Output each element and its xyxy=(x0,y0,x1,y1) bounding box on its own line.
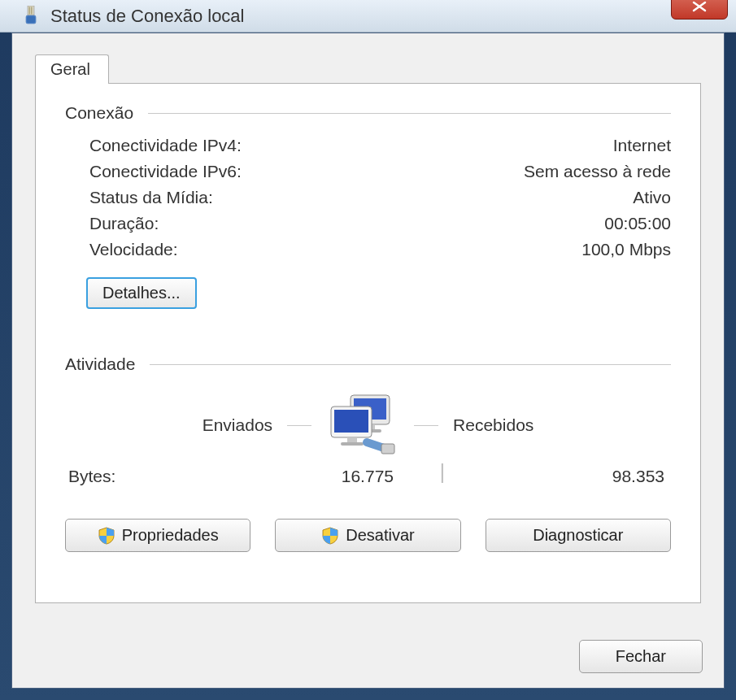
row-ipv4: Conectividade IPv4: Internet xyxy=(65,133,671,159)
svg-rect-13 xyxy=(381,444,394,454)
properties-button[interactable]: Propriedades xyxy=(65,519,250,552)
activity-section: Atividade Enviados xyxy=(65,354,671,552)
svg-rect-2 xyxy=(31,7,33,14)
bytes-separator: | xyxy=(394,465,491,485)
received-label: Recebidos xyxy=(453,415,533,435)
ipv6-label: Conectividade IPv6: xyxy=(89,162,242,181)
activity-visual: Enviados xyxy=(65,393,671,457)
network-adapter-icon xyxy=(23,6,39,27)
action-button-row: Propriedades Desativar Diagnosticar xyxy=(65,519,671,552)
speed-label: Velocidade: xyxy=(89,240,178,259)
dialog-footer: Fechar xyxy=(579,640,703,673)
disable-button-label: Desativar xyxy=(346,526,414,545)
svg-rect-11 xyxy=(347,437,357,442)
svg-rect-4 xyxy=(27,16,35,23)
shield-icon xyxy=(98,527,115,545)
divider xyxy=(150,364,671,365)
titlebar: Status de Conexão local xyxy=(0,0,736,33)
row-speed: Velocidade: 100,0 Mbps xyxy=(65,237,671,263)
speed-value: 100,0 Mbps xyxy=(581,240,671,259)
network-monitors-icon xyxy=(326,393,399,457)
properties-button-label: Propriedades xyxy=(122,526,219,545)
window-title: Status de Conexão local xyxy=(50,6,245,27)
tab-panel-general: Conexão Conectividade IPv4: Internet Con… xyxy=(35,83,701,603)
disable-button[interactable]: Desativar xyxy=(275,519,460,552)
activity-group-header: Atividade xyxy=(65,354,671,374)
row-media: Status da Mídia: Ativo xyxy=(65,185,671,211)
connection-group-header: Conexão xyxy=(65,103,671,123)
bytes-label: Bytes: xyxy=(68,467,239,486)
dialog-window: Status de Conexão local Geral Conexão Co… xyxy=(0,0,736,700)
activity-bytes-row: Bytes: 16.775 | 98.353 xyxy=(65,467,671,486)
svg-rect-12 xyxy=(341,442,364,446)
duration-value: 00:05:00 xyxy=(604,214,671,233)
diagnose-button[interactable]: Diagnosticar xyxy=(486,519,671,552)
tab-general[interactable]: Geral xyxy=(35,54,109,84)
sent-label: Enviados xyxy=(203,415,272,435)
media-value: Ativo xyxy=(633,188,671,207)
ipv4-label: Conectividade IPv4: xyxy=(89,136,242,155)
connection-header-label: Conexão xyxy=(65,103,133,123)
divider xyxy=(287,425,311,426)
details-button[interactable]: Detalhes... xyxy=(86,277,197,309)
ipv4-value: Internet xyxy=(613,136,671,155)
duration-label: Duração: xyxy=(89,214,159,233)
tabstrip: Geral xyxy=(35,53,701,84)
divider xyxy=(148,113,671,114)
svg-rect-1 xyxy=(29,7,31,14)
client-area: Geral Conexão Conectividade IPv4: Intern… xyxy=(11,33,725,689)
shield-icon xyxy=(321,527,339,545)
bytes-sent-value: 16.775 xyxy=(239,467,394,486)
divider xyxy=(414,425,438,426)
ipv6-value: Sem acesso à rede xyxy=(524,162,671,181)
row-ipv6: Conectividade IPv6: Sem acesso à rede xyxy=(65,159,671,185)
svg-rect-10 xyxy=(334,410,368,433)
close-icon xyxy=(692,1,707,12)
close-button[interactable]: Fechar xyxy=(579,640,703,673)
media-label: Status da Mídia: xyxy=(89,188,213,207)
activity-header-label: Atividade xyxy=(65,354,135,374)
row-duration: Duração: 00:05:00 xyxy=(65,211,671,237)
bytes-received-value: 98.353 xyxy=(491,467,671,486)
diagnose-button-label: Diagnosticar xyxy=(533,526,623,545)
window-close-button[interactable] xyxy=(671,0,728,20)
